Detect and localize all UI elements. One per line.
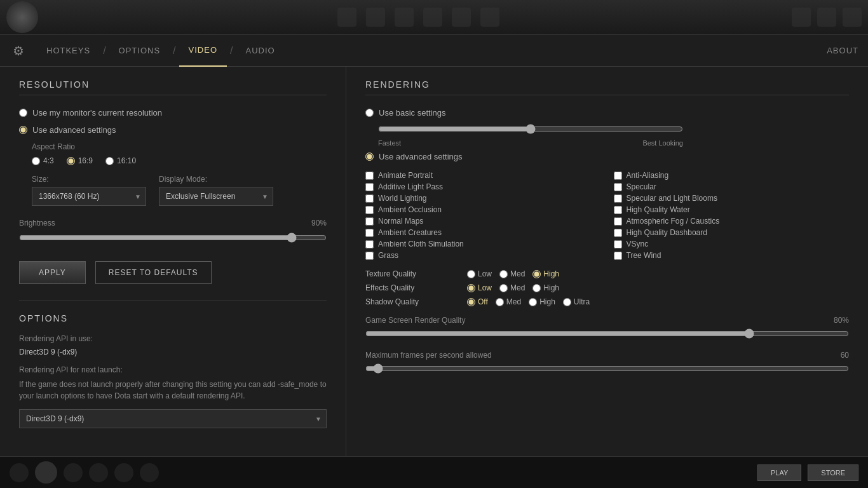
aspect-radio-4-3[interactable] [32,157,40,165]
advanced-resolution-radio[interactable] [19,126,27,134]
nav-audio[interactable]: AUDIO [236,35,284,67]
basic-settings-radio[interactable] [365,109,374,117]
shadow-quality-off[interactable]: Off [467,297,488,306]
checkbox-ambient-cloth[interactable]: Ambient Cloth Simulation [365,240,601,248]
texture-quality-low[interactable]: Low [467,269,492,278]
checkbox-specular-input[interactable] [614,183,622,191]
bottom-icon-4[interactable] [114,463,133,482]
effects-quality-high[interactable]: High [532,283,559,292]
aspect-radio-16-9[interactable] [67,157,75,165]
checkbox-grass-input[interactable] [365,252,374,260]
effects-quality-low[interactable]: Low [467,283,492,292]
shadow-quality-ultra[interactable]: Ultra [563,297,590,306]
topbar-right-icon-2[interactable] [817,8,836,27]
advanced-resolution-row[interactable]: Use advanced settings [19,125,327,135]
checkbox-atmospheric-fog[interactable]: Atmospheric Fog / Caustics [614,217,850,226]
topbar-icon-4[interactable] [423,8,442,27]
play-button[interactable]: PLAY [757,464,801,481]
effects-quality-high-radio[interactable] [532,284,541,292]
nav-options[interactable]: OPTIONS [109,35,170,67]
mf-slider[interactable] [365,363,849,374]
reset-button[interactable]: RESET TO DEFAULTS [95,261,212,284]
checkbox-high-quality-dashboard-input[interactable] [614,229,622,237]
display-mode-dropdown[interactable]: Exclusive Fullscreen [159,187,273,206]
api-dropdown[interactable]: Direct3D 9 (-dx9) [19,409,327,428]
aspect-option-16-10[interactable]: 16:10 [105,156,136,165]
checkbox-specular-light-blooms[interactable]: Specular and Light Blooms [614,194,850,203]
brightness-slider[interactable] [19,233,327,243]
basic-settings-row[interactable]: Use basic settings [365,108,849,118]
right-panel: RENDERING Use basic settings Fastest Bes… [346,67,868,456]
checkbox-world-lighting[interactable]: World Lighting [365,194,601,203]
nav-hotkeys[interactable]: HOTKEYS [37,35,100,67]
monitor-resolution-row[interactable]: Use my monitor's current resolution [19,108,327,118]
texture-quality-low-radio[interactable] [467,270,475,278]
topbar-icon-3[interactable] [395,8,414,27]
checkbox-ambient-creatures-input[interactable] [365,229,374,237]
checkbox-animate-portrait[interactable]: Animate Portrait [365,171,601,180]
bottom-bar: PLAY STORE [0,456,868,488]
shadow-quality-off-radio[interactable] [467,298,475,306]
advanced-settings-radio[interactable] [365,152,374,161]
checkbox-normal-maps-input[interactable] [365,217,374,226]
aspect-option-4-3[interactable]: 4:3 [32,156,54,165]
store-button[interactable]: STORE [808,464,858,481]
apply-button[interactable]: APPLY [19,261,86,284]
size-dropdown[interactable]: 868x488 (60 Hz) [32,187,146,206]
texture-quality-med[interactable]: Med [499,269,525,278]
effects-quality-low-radio[interactable] [467,284,475,292]
checkbox-anti-aliasing-input[interactable] [614,172,622,180]
checkbox-ambient-creatures[interactable]: Ambient Creatures [365,228,601,237]
bottom-icon-5[interactable] [140,463,159,482]
bottom-icon-2[interactable] [64,463,83,482]
quality-slider[interactable] [378,124,683,134]
checkbox-tree-wind[interactable]: Tree Wind [614,251,850,260]
checkbox-atmospheric-fog-input[interactable] [614,217,622,226]
checkbox-specular[interactable]: Specular [614,182,850,191]
checkbox-ambient-cloth-input[interactable] [365,240,374,248]
effects-quality-med-radio[interactable] [499,284,508,292]
checkbox-anti-aliasing[interactable]: Anti-Aliasing [614,171,850,180]
checkbox-high-quality-dashboard[interactable]: High Quality Dashboard [614,228,850,237]
checkbox-ambient-occlusion-input[interactable] [365,206,374,214]
aspect-radio-16-10[interactable] [105,157,114,165]
nav-about[interactable]: ABOUT [827,46,858,55]
checkbox-tree-wind-input[interactable] [614,252,622,260]
bottom-avatar-icon[interactable] [35,461,57,484]
checkbox-animate-portrait-input[interactable] [365,172,374,180]
shadow-quality-high-radio[interactable] [529,298,537,306]
topbar-right-icon-1[interactable] [792,8,811,27]
topbar-icon-5[interactable] [452,8,471,27]
texture-quality-med-radio[interactable] [499,270,508,278]
checkbox-world-lighting-label: World Lighting [378,194,427,203]
checkbox-world-lighting-input[interactable] [365,194,374,203]
gsq-slider[interactable] [365,329,849,339]
shadow-quality-high[interactable]: High [529,297,555,306]
texture-quality-high[interactable]: High [532,269,559,278]
checkbox-vsync[interactable]: VSync [614,240,850,248]
monitor-resolution-radio[interactable] [19,109,27,117]
checkbox-specular-light-blooms-input[interactable] [614,194,622,203]
topbar-icon-6[interactable] [480,8,499,27]
effects-quality-med[interactable]: Med [499,283,525,292]
checkbox-vsync-input[interactable] [614,240,622,248]
topbar-icon-2[interactable] [366,8,385,27]
shadow-quality-med-radio[interactable] [496,298,504,306]
shadow-quality-ultra-radio[interactable] [563,298,571,306]
bottom-back-icon[interactable] [10,463,29,482]
aspect-option-16-9[interactable]: 16:9 [67,156,93,165]
checkbox-high-quality-water-input[interactable] [614,206,622,214]
shadow-quality-med[interactable]: Med [496,297,521,306]
checkbox-grass[interactable]: Grass [365,251,601,260]
topbar-right-icon-3[interactable] [843,8,862,27]
topbar-icon-1[interactable] [337,8,356,27]
nav-video[interactable]: VIDEO [179,35,227,67]
checkbox-additive-light[interactable]: Additive Light Pass [365,182,601,191]
checkbox-high-quality-water[interactable]: High Quality Water [614,205,850,214]
checkbox-ambient-occlusion[interactable]: Ambient Occlusion [365,205,601,214]
texture-quality-high-radio[interactable] [532,270,541,278]
checkbox-normal-maps[interactable]: Normal Maps [365,217,601,226]
advanced-settings-row[interactable]: Use advanced settings [365,152,849,161]
checkbox-additive-light-input[interactable] [365,183,374,191]
bottom-icon-3[interactable] [89,463,108,482]
